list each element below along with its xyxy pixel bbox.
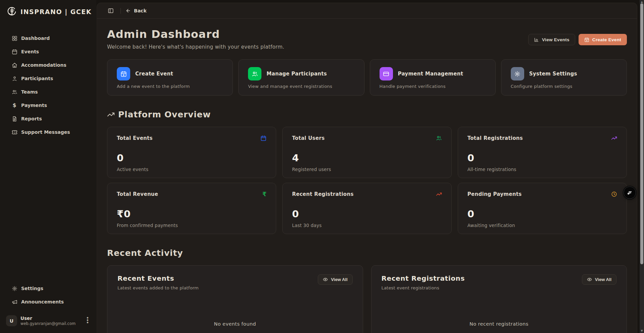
sidebar-item-label: Payments <box>21 103 47 108</box>
sidebar-item-payments[interactable]: $ Payments <box>3 99 94 112</box>
stat-card-pending-payments: Pending Payments 0 Awaiting verification <box>458 183 627 234</box>
view-all-label: View All <box>595 277 611 282</box>
user-menu[interactable]: U User web.gyanranjan@gmail.com ••• <box>3 313 93 328</box>
quick-card-description: View and manage event registrations <box>248 84 354 89</box>
view-events-label: View Events <box>542 37 569 42</box>
sidebar-item-teams[interactable]: Teams <box>3 85 94 99</box>
trending-up-icon <box>611 135 617 141</box>
sidebar-item-dashboard[interactable]: Dashboard <box>3 32 94 45</box>
stats-grid: Total Events 0 Active events Total Users <box>107 127 627 234</box>
view-events-button[interactable]: View Events <box>528 34 575 45</box>
stat-value: 0 <box>117 152 266 164</box>
page-scrollbar[interactable]: ▲ ▼ <box>640 0 644 333</box>
users-icon <box>11 89 17 95</box>
sidebar-item-settings[interactable]: Settings <box>3 282 94 295</box>
stat-card-total-revenue: Total Revenue ₹ ₹0 From confirmed paymen… <box>107 183 276 234</box>
quick-card-system-settings[interactable]: System Settings Configure platform setti… <box>501 59 627 96</box>
quick-card-title: Payment Management <box>398 71 463 77</box>
dashboard-grid-icon <box>11 35 17 41</box>
empty-state-events: No events found <box>117 321 353 327</box>
stat-value: 0 <box>467 152 617 164</box>
back-label: Back <box>134 8 147 13</box>
view-all-label: View All <box>331 277 347 282</box>
quick-card-title: System Settings <box>529 71 577 77</box>
stat-label: Total Events <box>117 135 153 141</box>
stat-sub: Awaiting verification <box>467 223 617 228</box>
calendar-plus-icon <box>117 67 130 80</box>
arrow-left-icon <box>126 8 131 13</box>
quick-card-description: Configure platform settings <box>511 84 617 89</box>
sidebar-item-support-messages[interactable]: Support Messages <box>3 125 94 139</box>
stat-value: 4 <box>292 152 442 164</box>
page-subtitle: Welcome back! Here's what's happening wi… <box>107 44 284 50</box>
content: Admin Dashboard Welcome back! Here's wha… <box>97 19 637 333</box>
stat-card-total-registrations: Total Registrations 0 All-time registrat… <box>458 127 627 178</box>
sidebar-item-label: Settings <box>21 286 43 291</box>
sidebar-item-announcements[interactable]: Announcements <box>3 295 94 309</box>
create-event-button[interactable]: Create Event <box>579 34 627 45</box>
scrollbar-down-arrow[interactable]: ▼ <box>641 329 643 333</box>
page-header-text: Admin Dashboard Welcome back! Here's wha… <box>107 28 284 50</box>
stat-sub: Registered users <box>292 167 442 172</box>
section-title: Recent Activity <box>107 248 183 258</box>
file-text-icon <box>11 116 17 122</box>
recent-registrations-card: Recent Registrations Latest event regist… <box>371 265 627 333</box>
user-icon <box>11 75 17 81</box>
bar-chart-icon <box>534 37 539 42</box>
stat-card-total-events: Total Events 0 Active events <box>107 127 276 178</box>
stat-card-recent-registrations: Recent Registrations 0 Last 30 days <box>282 183 451 234</box>
main-panel: Back Admin Dashboard Welcome back! Here'… <box>97 3 637 333</box>
activity-card-title: Recent Registrations <box>382 274 465 282</box>
sidebar-item-events[interactable]: Events <box>3 45 94 58</box>
stat-label: Total Registrations <box>467 135 523 141</box>
sidebar-item-participants[interactable]: Participants <box>3 72 94 85</box>
sidebar-toggle-button[interactable] <box>106 6 116 16</box>
brand-name: INSPRANO | GCEK <box>20 8 92 15</box>
topbar-separator <box>120 8 121 14</box>
feedback-widget-button[interactable] <box>624 186 636 199</box>
stat-sub: From confirmed payments <box>117 223 266 228</box>
calendar-icon <box>11 49 17 55</box>
page-actions: View Events Create Event <box>528 34 627 45</box>
house-icon <box>11 62 17 68</box>
sidebar-item-label: Support Messages <box>21 129 70 135</box>
rupee-icon: ₹ <box>262 191 267 197</box>
quick-card-manage-participants[interactable]: Manage Participants View and manage even… <box>238 59 364 96</box>
insprano-emblem-icon <box>6 5 17 18</box>
sidebar-item-reports[interactable]: Reports <box>3 112 94 125</box>
sidebar-item-label: Dashboard <box>21 36 50 41</box>
more-vertical-icon[interactable]: ••• <box>85 317 90 324</box>
sidebar-item-accommodations[interactable]: Accommodations <box>3 58 94 72</box>
quick-card-description: Handle payment verifications <box>380 84 486 89</box>
quick-actions: Create Event Add a new event to the plat… <box>107 59 627 96</box>
stat-value: 0 <box>467 208 617 220</box>
page-title: Admin Dashboard <box>107 28 284 41</box>
user-meta: User web.gyanranjan@gmail.com <box>20 316 76 326</box>
sidebar-item-label: Announcements <box>21 299 64 304</box>
quick-card-create-event[interactable]: Create Event Add a new event to the plat… <box>107 59 233 96</box>
view-all-events-button[interactable]: View All <box>318 274 352 285</box>
trending-up-icon <box>107 111 115 118</box>
back-button[interactable]: Back <box>126 8 147 13</box>
brand: INSPRANO | GCEK <box>0 5 96 18</box>
quick-card-payment-management[interactable]: Payment Management Handle payment verifi… <box>370 59 496 96</box>
activity-card-header-text: Recent Registrations Latest event regist… <box>382 274 465 290</box>
eye-icon <box>323 277 328 282</box>
scrollbar-thumb[interactable] <box>640 3 643 264</box>
sidebar-item-label: Teams <box>21 89 38 95</box>
sidebar-nav: Dashboard Events Accommodations Particip… <box>0 32 96 139</box>
avatar: U <box>6 315 17 326</box>
activity-card-header-text: Recent Events Latest events added to the… <box>117 274 199 290</box>
activity-card-subtitle: Latest events added to the platform <box>117 285 199 290</box>
page-header: Admin Dashboard Welcome back! Here's wha… <box>107 28 627 50</box>
stat-sub: Last 30 days <box>292 223 442 228</box>
user-email: web.gyanranjan@gmail.com <box>20 321 76 326</box>
dollar-icon: $ <box>11 102 17 108</box>
recent-events-card: Recent Events Latest events added to the… <box>107 265 363 333</box>
sidebar-item-label: Reports <box>21 116 42 121</box>
clock-icon <box>611 191 617 197</box>
sidebar-item-label: Participants <box>21 76 53 81</box>
stat-value: ₹0 <box>117 208 266 220</box>
view-all-registrations-button[interactable]: View All <box>582 274 616 285</box>
gear-icon <box>511 67 524 80</box>
